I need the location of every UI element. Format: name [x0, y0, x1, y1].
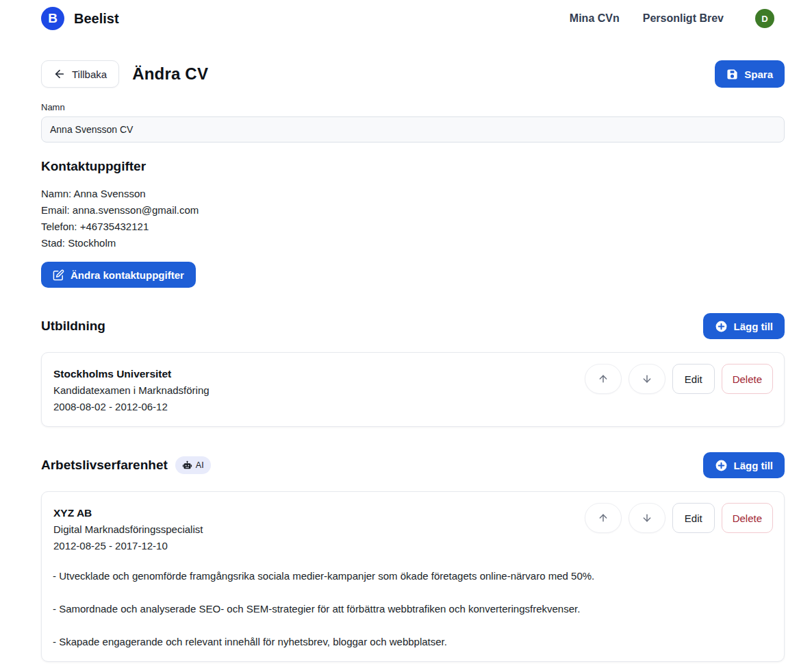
- experience-card: XYZ AB Digital Marknadsföringsspecialist…: [41, 491, 785, 662]
- experience-dates: 2012-08-25 - 2017-12-10: [53, 538, 203, 554]
- experience-card-head: XYZ AB Digital Marknadsföringsspecialist…: [53, 503, 773, 554]
- top-nav: Mina CVn Personligt Brev D: [570, 9, 774, 28]
- contact-email: Email: anna.svensson@gmail.com: [41, 202, 785, 219]
- nav-personligt-brev[interactable]: Personligt Brev: [643, 12, 724, 25]
- plus-circle-icon: [715, 459, 728, 472]
- arrow-up-icon: [598, 373, 609, 384]
- move-down-button[interactable]: [629, 503, 665, 533]
- education-dates: 2008-08-02 - 2012-06-12: [53, 399, 210, 415]
- nav-mina-cvn[interactable]: Mina CVn: [570, 12, 620, 25]
- move-up-button[interactable]: [585, 364, 622, 394]
- move-up-button[interactable]: [585, 503, 622, 533]
- education-school: Stockholms Universitet: [53, 366, 210, 382]
- avatar-letter: D: [761, 14, 767, 24]
- add-experience-button[interactable]: Lägg till: [703, 452, 785, 478]
- education-card-actions: Edit Delete: [585, 364, 773, 394]
- arrow-down-icon: [642, 512, 652, 523]
- brand-name: Beelist: [74, 11, 119, 27]
- experience-section-title: Arbetslivserfarenhet: [41, 458, 168, 473]
- ai-badge: AI: [175, 456, 211, 474]
- cv-name-input[interactable]: [41, 116, 785, 143]
- education-section-title: Utbildning: [41, 319, 105, 334]
- ai-badge-label: AI: [196, 460, 204, 470]
- edit-contact-button[interactable]: Ändra kontaktuppgifter: [41, 262, 196, 288]
- move-down-button[interactable]: [629, 364, 665, 394]
- robot-icon: [182, 460, 192, 471]
- contact-city: Stad: Stockholm: [41, 235, 785, 251]
- education-card-head: Stockholms Universitet Kandidatexamen i …: [53, 364, 773, 415]
- edit-pencil-icon: [53, 269, 64, 281]
- experience-bullet: - Utvecklade och genomförde framgångsrik…: [53, 568, 773, 584]
- experience-section-head: Arbetslivserfarenhet AI Lägg till: [41, 452, 785, 478]
- save-icon: [726, 69, 738, 80]
- education-card-info: Stockholms Universitet Kandidatexamen i …: [53, 364, 210, 415]
- plus-circle-icon: [715, 320, 728, 333]
- top-bar: B Beelist Mina CVn Personligt Brev D: [0, 0, 812, 37]
- cv-name-label: Namn: [41, 102, 785, 112]
- contact-name: Namn: Anna Svensson: [41, 186, 785, 202]
- save-button-label: Spara: [744, 69, 773, 80]
- delete-experience-button[interactable]: Delete: [722, 503, 773, 533]
- experience-bullet: - Samordnade och analyserade SEO- och SE…: [53, 601, 773, 617]
- education-card: Stockholms Universitet Kandidatexamen i …: [41, 352, 785, 427]
- experience-role: Digital Marknadsföringsspecialist: [53, 521, 203, 538]
- arrow-up-icon: [598, 512, 609, 523]
- experience-card-info: XYZ AB Digital Marknadsföringsspecialist…: [53, 503, 203, 554]
- cv-editor-page: Tillbaka Ändra CV Spara Namn Kontaktuppg…: [0, 60, 812, 662]
- brand-home-link[interactable]: B Beelist: [41, 7, 119, 30]
- edit-education-button[interactable]: Edit: [672, 364, 715, 394]
- add-experience-label: Lägg till: [734, 460, 774, 471]
- experience-card-actions: Edit Delete: [585, 503, 773, 533]
- page-toolbar: Tillbaka Ändra CV Spara: [41, 60, 785, 88]
- contact-details: Namn: Anna Svensson Email: anna.svensson…: [41, 186, 785, 251]
- arrow-down-icon: [642, 373, 652, 384]
- add-education-label: Lägg till: [734, 321, 774, 332]
- experience-company: XYZ AB: [53, 505, 203, 521]
- back-button[interactable]: Tillbaka: [41, 60, 119, 88]
- logo-letter: B: [48, 11, 58, 26]
- back-button-label: Tillbaka: [72, 69, 107, 80]
- edit-contact-label: Ändra kontaktuppgifter: [71, 269, 184, 281]
- save-button[interactable]: Spara: [715, 60, 785, 88]
- contact-phone: Telefon: +46735432121: [41, 219, 785, 235]
- user-avatar[interactable]: D: [755, 9, 774, 28]
- delete-education-button[interactable]: Delete: [722, 364, 773, 394]
- experience-description: - Utvecklade och genomförde framgångsrik…: [53, 568, 773, 650]
- education-section-head: Utbildning Lägg till: [41, 313, 785, 339]
- arrow-left-icon: [53, 68, 66, 80]
- page-title: Ändra CV: [132, 64, 208, 84]
- beelist-logo-icon: B: [41, 7, 64, 30]
- contact-section-title: Kontaktuppgifter: [41, 159, 785, 174]
- education-degree: Kandidatexamen i Marknadsföring: [53, 382, 210, 399]
- add-education-button[interactable]: Lägg till: [703, 313, 785, 339]
- edit-experience-button[interactable]: Edit: [672, 503, 715, 533]
- experience-bullet: - Skapade engagerande och relevant inneh…: [53, 634, 773, 650]
